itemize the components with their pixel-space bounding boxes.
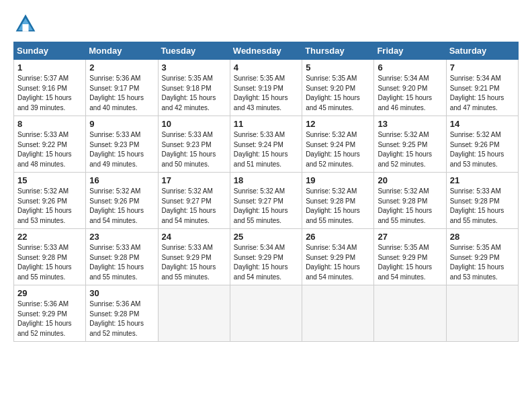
day-info: Sunrise: 5:32 AM Sunset: 9:28 PM Dayligh… xyxy=(378,187,442,226)
day-info: Sunrise: 5:35 AM Sunset: 9:18 PM Dayligh… xyxy=(162,74,226,113)
page: SundayMondayTuesdayWednesdayThursdayFrid… xyxy=(0,0,532,411)
calendar-cell: 29Sunrise: 5:36 AM Sunset: 9:29 PM Dayli… xyxy=(14,285,86,342)
calendar-week-row: 22Sunrise: 5:33 AM Sunset: 9:28 PM Dayli… xyxy=(14,229,519,285)
calendar-cell: 10Sunrise: 5:33 AM Sunset: 9:23 PM Dayli… xyxy=(158,116,230,173)
calendar-table: SundayMondayTuesdayWednesdayThursdayFrid… xyxy=(13,42,519,342)
day-number: 3 xyxy=(162,62,226,73)
day-info: Sunrise: 5:34 AM Sunset: 9:21 PM Dayligh… xyxy=(450,74,515,113)
day-number: 29 xyxy=(17,288,82,298)
day-number: 28 xyxy=(450,232,515,242)
day-number: 13 xyxy=(378,119,442,129)
day-number: 24 xyxy=(162,232,226,242)
day-info: Sunrise: 5:32 AM Sunset: 9:25 PM Dayligh… xyxy=(378,130,442,169)
day-info: Sunrise: 5:33 AM Sunset: 9:28 PM Dayligh… xyxy=(450,187,515,226)
day-info: Sunrise: 5:36 AM Sunset: 9:29 PM Dayligh… xyxy=(17,300,82,338)
calendar-cell: 23Sunrise: 5:33 AM Sunset: 9:28 PM Dayli… xyxy=(86,229,158,285)
calendar-cell: 11Sunrise: 5:33 AM Sunset: 9:24 PM Dayli… xyxy=(230,116,302,173)
day-info: Sunrise: 5:35 AM Sunset: 9:29 PM Dayligh… xyxy=(378,243,442,282)
calendar-cell: 16Sunrise: 5:32 AM Sunset: 9:26 PM Dayli… xyxy=(86,173,158,229)
weekday-header-thursday: Thursday xyxy=(302,42,374,60)
calendar-cell: 19Sunrise: 5:32 AM Sunset: 9:28 PM Dayli… xyxy=(302,173,374,229)
calendar-cell: 26Sunrise: 5:34 AM Sunset: 9:29 PM Dayli… xyxy=(302,229,374,285)
calendar-cell: 6Sunrise: 5:34 AM Sunset: 9:20 PM Daylig… xyxy=(374,60,446,116)
calendar-header: SundayMondayTuesdayWednesdayThursdayFrid… xyxy=(14,42,519,60)
weekday-header-friday: Friday xyxy=(374,42,446,60)
day-info: Sunrise: 5:32 AM Sunset: 9:28 PM Dayligh… xyxy=(306,187,370,226)
header xyxy=(13,12,519,36)
day-info: Sunrise: 5:33 AM Sunset: 9:22 PM Dayligh… xyxy=(17,130,82,169)
calendar-cell: 8Sunrise: 5:33 AM Sunset: 9:22 PM Daylig… xyxy=(14,116,86,173)
calendar-week-row: 8Sunrise: 5:33 AM Sunset: 9:22 PM Daylig… xyxy=(14,116,519,173)
weekday-header-saturday: Saturday xyxy=(446,42,518,60)
calendar-cell: 22Sunrise: 5:33 AM Sunset: 9:28 PM Dayli… xyxy=(14,229,86,285)
calendar-cell xyxy=(230,285,302,342)
day-info: Sunrise: 5:35 AM Sunset: 9:29 PM Dayligh… xyxy=(450,243,515,282)
day-number: 2 xyxy=(89,62,154,73)
day-info: Sunrise: 5:32 AM Sunset: 9:24 PM Dayligh… xyxy=(306,130,370,169)
day-info: Sunrise: 5:32 AM Sunset: 9:26 PM Dayligh… xyxy=(17,187,82,226)
calendar-cell xyxy=(158,285,230,342)
day-number: 22 xyxy=(17,232,82,242)
day-number: 5 xyxy=(306,62,370,73)
day-info: Sunrise: 5:33 AM Sunset: 9:23 PM Dayligh… xyxy=(89,130,154,169)
day-number: 20 xyxy=(378,175,442,185)
calendar-cell: 20Sunrise: 5:32 AM Sunset: 9:28 PM Dayli… xyxy=(374,173,446,229)
day-info: Sunrise: 5:33 AM Sunset: 9:28 PM Dayligh… xyxy=(89,243,154,282)
calendar-cell: 14Sunrise: 5:32 AM Sunset: 9:26 PM Dayli… xyxy=(446,116,518,173)
svg-rect-2 xyxy=(23,24,29,32)
calendar-cell: 28Sunrise: 5:35 AM Sunset: 9:29 PM Dayli… xyxy=(446,229,518,285)
calendar-cell: 24Sunrise: 5:33 AM Sunset: 9:29 PM Dayli… xyxy=(158,229,230,285)
weekday-header-row: SundayMondayTuesdayWednesdayThursdayFrid… xyxy=(14,42,519,60)
day-info: Sunrise: 5:32 AM Sunset: 9:27 PM Dayligh… xyxy=(234,187,298,226)
day-info: Sunrise: 5:33 AM Sunset: 9:23 PM Dayligh… xyxy=(162,130,226,169)
calendar-cell: 4Sunrise: 5:35 AM Sunset: 9:19 PM Daylig… xyxy=(230,60,302,116)
day-number: 4 xyxy=(234,62,298,73)
calendar-cell: 3Sunrise: 5:35 AM Sunset: 9:18 PM Daylig… xyxy=(158,60,230,116)
weekday-header-sunday: Sunday xyxy=(14,42,86,60)
calendar-cell: 15Sunrise: 5:32 AM Sunset: 9:26 PM Dayli… xyxy=(14,173,86,229)
weekday-header-monday: Monday xyxy=(86,42,158,60)
calendar-cell: 27Sunrise: 5:35 AM Sunset: 9:29 PM Dayli… xyxy=(374,229,446,285)
calendar-week-row: 29Sunrise: 5:36 AM Sunset: 9:29 PM Dayli… xyxy=(14,285,519,342)
calendar-week-row: 1Sunrise: 5:37 AM Sunset: 9:16 PM Daylig… xyxy=(14,60,519,116)
day-number: 30 xyxy=(89,288,154,298)
day-info: Sunrise: 5:34 AM Sunset: 9:20 PM Dayligh… xyxy=(378,74,442,113)
calendar-week-row: 15Sunrise: 5:32 AM Sunset: 9:26 PM Dayli… xyxy=(14,173,519,229)
day-number: 26 xyxy=(306,232,370,242)
day-info: Sunrise: 5:36 AM Sunset: 9:17 PM Dayligh… xyxy=(89,74,154,113)
day-number: 18 xyxy=(234,175,298,185)
calendar-cell: 7Sunrise: 5:34 AM Sunset: 9:21 PM Daylig… xyxy=(446,60,518,116)
day-number: 15 xyxy=(17,175,82,185)
weekday-header-wednesday: Wednesday xyxy=(230,42,302,60)
calendar-cell: 25Sunrise: 5:34 AM Sunset: 9:29 PM Dayli… xyxy=(230,229,302,285)
calendar-cell: 21Sunrise: 5:33 AM Sunset: 9:28 PM Dayli… xyxy=(446,173,518,229)
calendar-cell xyxy=(302,285,374,342)
day-number: 25 xyxy=(234,232,298,242)
day-number: 9 xyxy=(89,119,154,129)
day-info: Sunrise: 5:34 AM Sunset: 9:29 PM Dayligh… xyxy=(234,243,298,282)
weekday-header-tuesday: Tuesday xyxy=(158,42,230,60)
day-number: 6 xyxy=(378,62,442,73)
day-number: 23 xyxy=(89,232,154,242)
day-number: 11 xyxy=(234,119,298,129)
day-info: Sunrise: 5:33 AM Sunset: 9:29 PM Dayligh… xyxy=(162,243,226,282)
day-info: Sunrise: 5:33 AM Sunset: 9:24 PM Dayligh… xyxy=(234,130,298,169)
day-number: 1 xyxy=(17,62,82,73)
day-info: Sunrise: 5:32 AM Sunset: 9:26 PM Dayligh… xyxy=(89,187,154,226)
day-number: 12 xyxy=(306,119,370,129)
calendar-cell: 2Sunrise: 5:36 AM Sunset: 9:17 PM Daylig… xyxy=(86,60,158,116)
day-info: Sunrise: 5:33 AM Sunset: 9:28 PM Dayligh… xyxy=(17,243,82,282)
day-number: 27 xyxy=(378,232,442,242)
day-number: 7 xyxy=(450,62,515,73)
calendar-body: 1Sunrise: 5:37 AM Sunset: 9:16 PM Daylig… xyxy=(14,60,519,342)
day-number: 17 xyxy=(162,175,226,185)
calendar-cell: 13Sunrise: 5:32 AM Sunset: 9:25 PM Dayli… xyxy=(374,116,446,173)
day-info: Sunrise: 5:32 AM Sunset: 9:26 PM Dayligh… xyxy=(450,130,515,169)
generalblue-logo-icon xyxy=(13,12,38,36)
calendar-cell: 9Sunrise: 5:33 AM Sunset: 9:23 PM Daylig… xyxy=(86,116,158,173)
day-info: Sunrise: 5:36 AM Sunset: 9:28 PM Dayligh… xyxy=(89,300,154,338)
logo-area xyxy=(13,12,40,36)
day-info: Sunrise: 5:32 AM Sunset: 9:27 PM Dayligh… xyxy=(162,187,226,226)
calendar-cell: 18Sunrise: 5:32 AM Sunset: 9:27 PM Dayli… xyxy=(230,173,302,229)
calendar-cell xyxy=(374,285,446,342)
